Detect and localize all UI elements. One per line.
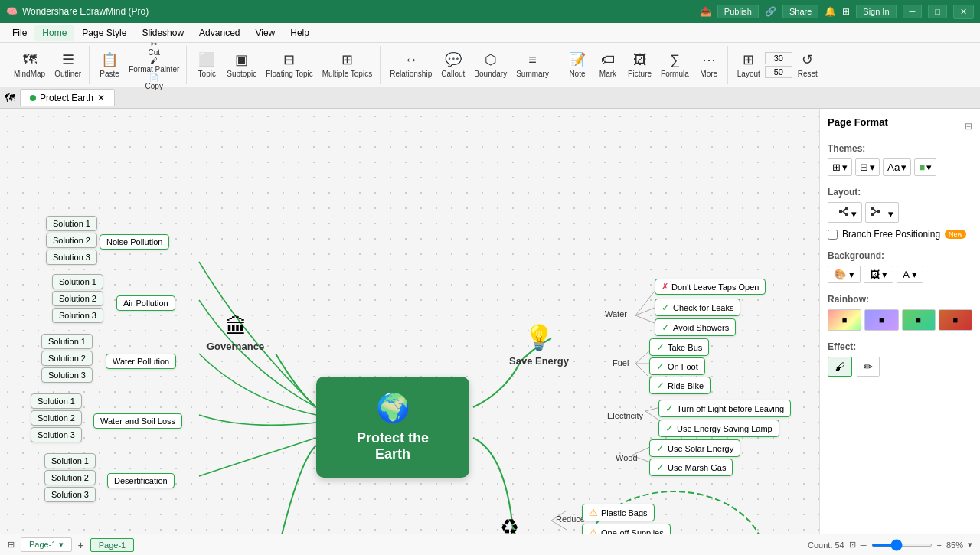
cut-button[interactable]: ✂ Cut [125, 40, 183, 57]
subtopic-button[interactable]: ▣ Subtopic [222, 47, 261, 83]
sol-soil-1[interactable]: Solution 1 [31, 393, 82, 409]
sol-desert-2[interactable]: Solution 2 [44, 470, 96, 485]
sol-noise-2[interactable]: Solution 2 [46, 233, 97, 248]
noise-pollution-node[interactable]: Noise Pollution [100, 234, 169, 250]
turn-off-light-node[interactable]: ✓ Turn off Light before Leaving [658, 400, 791, 417]
bg-text-btn[interactable]: A ▾ [897, 266, 923, 283]
close-button[interactable]: ✕ [953, 5, 974, 19]
add-page-button[interactable]: + [78, 539, 84, 551]
canvas[interactable]: 🌍 Protect the Earth 🏛 Governance 🌱 Plant… [0, 109, 819, 534]
air-pollution-node[interactable]: Air Pollution [116, 295, 175, 311]
zoom-in-icon[interactable]: + [937, 540, 942, 550]
theme-style-btn[interactable]: ⊟ ▾ [855, 158, 880, 176]
take-bus-node[interactable]: ✓ Take Bus [649, 338, 709, 356]
rainbow-btn-2[interactable]: ■ [864, 309, 898, 331]
menu-page-style[interactable]: Page Style [74, 25, 134, 41]
fit-icon[interactable]: ⊡ [849, 540, 856, 550]
panel-close-icon[interactable]: ⊟ [965, 121, 972, 132]
zoom-slider[interactable] [871, 544, 933, 547]
outliner-button[interactable]: ☰ Outliner [50, 47, 86, 83]
share-button[interactable]: Share [782, 5, 818, 18]
zoom-out-icon[interactable]: ─ [861, 540, 867, 550]
menu-home[interactable]: Home [34, 25, 74, 41]
mindmap-button[interactable]: 🗺 MindMap [9, 47, 50, 83]
menu-slideshow[interactable]: Slideshow [134, 25, 191, 41]
formula-button[interactable]: ∑ Formula [656, 47, 694, 83]
effect-brush-btn[interactable]: 🖌 [828, 357, 852, 377]
layout-button[interactable]: ⊞ Layout [733, 47, 765, 83]
bg-color-btn[interactable]: 🎨 ▾ [828, 266, 861, 283]
page-tab[interactable]: Page-1 ▾ [21, 537, 72, 552]
sol-water-3[interactable]: Solution 3 [41, 367, 93, 383]
rainbow-btn-4[interactable]: ■ [939, 309, 972, 331]
central-node[interactable]: 🌍 Protect the Earth [316, 377, 469, 478]
zoom-dropdown-icon[interactable]: ▾ [968, 540, 972, 550]
governance-node[interactable]: 🏛 Governance [207, 314, 264, 352]
picture-button[interactable]: 🖼 Picture [623, 47, 656, 83]
topic-button[interactable]: ⬜ Topic [191, 47, 222, 83]
sol-noise-3[interactable]: Solution 3 [46, 250, 97, 265]
layout-option-1[interactable]: ▾ [828, 202, 862, 223]
branch-free-checkbox[interactable] [828, 230, 838, 240]
layout-2-arrow: ▾ [888, 208, 893, 220]
sol-desert-3[interactable]: Solution 3 [44, 487, 96, 502]
dont-leave-taps-node[interactable]: ✗ Don't Leave Taps Open [655, 279, 766, 295]
menu-file[interactable]: File [5, 25, 34, 41]
marsh-gas-node[interactable]: ✓ Use Marsh Gas [649, 459, 733, 476]
theme-layout-btn[interactable]: ⊞ ▾ [828, 158, 852, 176]
sol-soil-2[interactable]: Solution 2 [31, 410, 82, 426]
menu-advanced[interactable]: Advanced [191, 25, 247, 41]
theme-font-btn[interactable]: Aa ▾ [883, 158, 911, 176]
relationship-button[interactable]: ↔ Relationship [385, 47, 436, 83]
bg-image-btn[interactable]: 🖼 ▾ [864, 266, 894, 283]
on-foot-node[interactable]: ✓ On Foot [649, 357, 705, 375]
effect-wand-btn[interactable]: ✏ [857, 357, 880, 377]
3r-node[interactable]: ♻ 3R [500, 514, 519, 534]
minimize-button[interactable]: ─ [903, 5, 923, 18]
avoid-showers-node[interactable]: ✓ Avoid Showers [655, 318, 736, 336]
rainbow-btn-1[interactable]: ■ [828, 309, 861, 331]
active-page-tab[interactable]: Page-1 [90, 538, 134, 552]
tab-close-icon[interactable]: ✕ [97, 93, 105, 103]
check-leaks-node[interactable]: ✓ Check for Leaks [655, 299, 740, 316]
paste-button[interactable]: 📋 Paste [94, 47, 125, 83]
menu-help[interactable]: Help [283, 25, 317, 41]
plastic-bags-node[interactable]: ⚠ Plastic Bags [582, 504, 655, 521]
one-off-supplies-node[interactable]: ⚠ One-off Supplies [582, 524, 671, 534]
sol-air-3[interactable]: Solution 3 [52, 308, 103, 323]
maximize-button[interactable]: □ [928, 5, 947, 18]
more-button[interactable]: ⋯ More [694, 47, 724, 83]
sol-air-1[interactable]: Solution 1 [52, 274, 103, 289]
format-painter-button[interactable]: 🖌 Format Painter [125, 57, 183, 73]
sol-air-2[interactable]: Solution 2 [52, 291, 103, 306]
layout-option-2[interactable]: ▾ [865, 202, 900, 223]
fit-screen-icon[interactable]: ⊞ [8, 540, 15, 550]
sol-noise-1[interactable]: Solution 1 [46, 216, 97, 231]
rainbow-btn-3[interactable]: ■ [902, 309, 936, 331]
menu-view[interactable]: View [247, 25, 283, 41]
sol-soil-3[interactable]: Solution 3 [31, 427, 82, 442]
energy-saving-lamp-node[interactable]: ✓ Use Energy Saving Lamp [658, 420, 779, 437]
publish-button[interactable]: Publish [717, 5, 759, 18]
summary-button[interactable]: ≡ Summary [511, 47, 554, 83]
boundary-button[interactable]: ⬡ Boundary [469, 47, 511, 83]
reset-button[interactable]: ↺ Reset [792, 47, 823, 83]
note-button[interactable]: 📝 Note [562, 47, 593, 83]
save-energy-node[interactable]: 💡 Save Energy [509, 323, 569, 367]
solar-energy-node[interactable]: ✓ Use Solar Energy [649, 439, 740, 457]
sign-in-button[interactable]: Sign In [856, 5, 896, 18]
theme-color-btn[interactable]: ■ ▾ [914, 158, 936, 176]
copy-button[interactable]: 📄 Copy [125, 73, 183, 90]
floating-topic-button[interactable]: ⊟ Floating Topic [261, 47, 318, 83]
sol-desert-1[interactable]: Solution 1 [44, 453, 96, 468]
sol-water-2[interactable]: Solution 2 [41, 351, 93, 366]
document-tab[interactable]: Protect Earth ✕ [20, 89, 115, 106]
water-soil-node[interactable]: Water and Soil Loss [93, 413, 182, 429]
callout-button[interactable]: 💬 Callout [436, 47, 469, 83]
water-pollution-node[interactable]: Water Pollution [106, 354, 176, 369]
desertification-node[interactable]: Desertification [107, 473, 175, 488]
mark-button[interactable]: 🏷 Mark [593, 47, 623, 83]
sol-water-1[interactable]: Solution 1 [41, 334, 93, 349]
ride-bike-node[interactable]: ✓ Ride Bike [649, 377, 710, 394]
multiple-topics-button[interactable]: ⊞ Multiple Topics [318, 47, 377, 83]
